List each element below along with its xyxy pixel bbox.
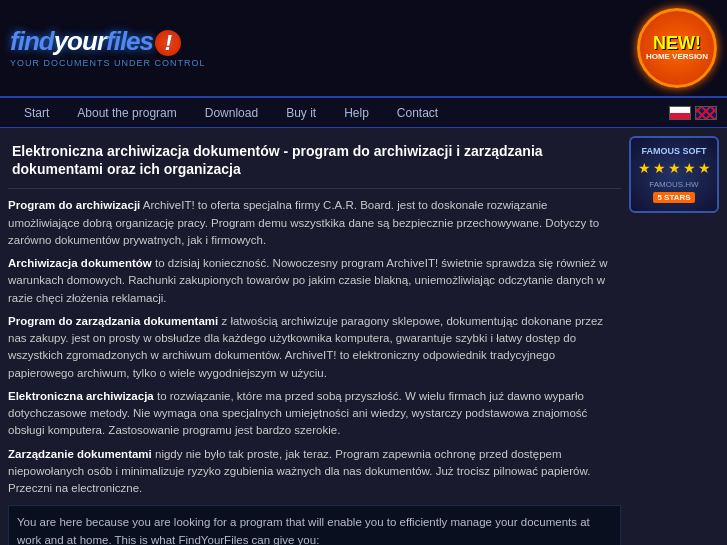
nav-items: Start About the program Download Buy it … — [10, 100, 669, 126]
award-label: 5 STARS — [653, 192, 694, 203]
content-area: Elektroniczna archiwizacja dokumentów - … — [8, 136, 621, 545]
para-4: Elektroniczna archiwizacja to rozwiązani… — [8, 388, 621, 440]
star-1: ★ — [638, 160, 651, 176]
logo: findyourfiles! — [10, 28, 206, 56]
main-wrapper: Elektroniczna archiwizacja dokumentów - … — [0, 128, 727, 545]
para-1: Program do archiwizacji ArchiveIT! to of… — [8, 197, 621, 249]
para-5: Zarządzanie dokumentami nigdy nie było t… — [8, 446, 621, 498]
home-version-label: HOME VERSION — [646, 52, 708, 62]
nav-contact[interactable]: Contact — [383, 100, 452, 126]
nav-start[interactable]: Start — [10, 100, 63, 126]
new-badge: NEW! HOME VERSION — [637, 8, 717, 88]
star-3: ★ — [668, 160, 681, 176]
nav-flags — [669, 106, 717, 120]
star-4: ★ — [683, 160, 696, 176]
logo-exclaim: ! — [155, 30, 181, 56]
para-3: Program do zarządzania dokumentami z łat… — [8, 313, 621, 382]
page-title-block: Elektroniczna archiwizacja dokumentów - … — [8, 136, 621, 189]
dark-intro-text: You are here because you are looking for… — [17, 514, 612, 545]
para-5-bold: Zarządzanie dokumentami — [8, 448, 152, 460]
para-1-bold: Program do archiwizacji — [8, 199, 140, 211]
star-2: ★ — [653, 160, 666, 176]
text-section-1: Program do archiwizacji ArchiveIT! to of… — [8, 197, 621, 497]
nav-buy[interactable]: Buy it — [272, 100, 330, 126]
logo-your: your — [54, 26, 106, 56]
para-4-bold: Elektroniczna archiwizacja — [8, 390, 154, 402]
para-2: Archiwizacja dokumentów to dzisiaj konie… — [8, 255, 621, 307]
logo-tagline: YOUR DOCUMENTS UNDER CONTROL — [10, 58, 206, 68]
logo-text: findyourfiles! — [10, 26, 181, 56]
sidebar: FAMOUS SOFT ★ ★ ★ ★ ★ FAMOUS.HW 5 STARS — [629, 136, 719, 545]
flag-polish[interactable] — [669, 106, 691, 120]
flag-english[interactable] — [695, 106, 717, 120]
award-stars: ★ ★ ★ ★ ★ — [639, 160, 709, 176]
nav-about[interactable]: About the program — [63, 100, 190, 126]
page-title: Elektroniczna archiwizacja dokumentów - … — [12, 142, 617, 178]
new-label: NEW! — [653, 34, 701, 52]
header: findyourfiles! YOUR DOCUMENTS UNDER CONT… — [0, 0, 727, 98]
logo-area: findyourfiles! YOUR DOCUMENTS UNDER CONT… — [10, 28, 206, 68]
para-3-bold: Program do zarządzania dokumentami — [8, 315, 218, 327]
star-5: ★ — [698, 160, 711, 176]
navigation: Start About the program Download Buy it … — [0, 98, 727, 128]
award-title: FAMOUS SOFT — [639, 146, 709, 156]
dark-intro-section: You are here because you are looking for… — [8, 505, 621, 545]
award-subtitle: FAMOUS.HW — [639, 180, 709, 189]
nav-help[interactable]: Help — [330, 100, 383, 126]
logo-find: find — [10, 26, 54, 56]
nav-download[interactable]: Download — [191, 100, 272, 126]
award-badge: FAMOUS SOFT ★ ★ ★ ★ ★ FAMOUS.HW 5 STARS — [629, 136, 719, 213]
logo-files: files — [106, 26, 153, 56]
para-2-bold: Archiwizacja dokumentów — [8, 257, 152, 269]
